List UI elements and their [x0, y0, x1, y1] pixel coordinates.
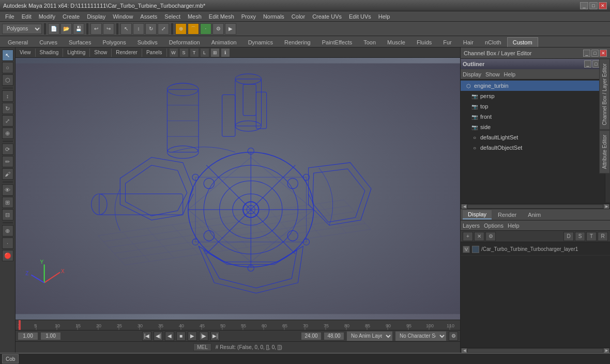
layers-menu-options[interactable]: Options — [484, 223, 504, 229]
step-fwd-btn[interactable]: |▶ — [199, 331, 208, 341]
current-frame-input[interactable]: 1.00 — [18, 332, 38, 340]
tab-fluids[interactable]: Fluids — [411, 37, 437, 47]
tab-toon[interactable]: Toon — [358, 37, 382, 47]
save-scene-btn[interactable]: 💾 — [73, 23, 84, 35]
tab-hair[interactable]: Hair — [457, 37, 479, 47]
close-button[interactable]: ✕ — [599, 2, 607, 9]
menu-assets[interactable]: Assets — [137, 12, 160, 21]
scroll-left-btn[interactable]: ◀ — [462, 204, 467, 209]
snap-to-grid-btn[interactable]: ⊕ — [2, 225, 13, 236]
lasso-select-btn[interactable]: ○ — [2, 62, 13, 73]
smooth-shade-btn[interactable]: S — [179, 48, 189, 57]
outliner-item-objectset[interactable]: ○ defaultObjectSet — [467, 143, 605, 153]
menu-file[interactable]: File — [2, 12, 18, 21]
wireframe-btn[interactable]: W — [169, 48, 178, 57]
scroll-right-btn[interactable]: ▶ — [604, 204, 609, 209]
tab-rendering[interactable]: Rendering — [279, 37, 316, 47]
scale-tool-btn[interactable]: ⤢ — [158, 23, 169, 35]
view-menu[interactable]: View — [18, 49, 33, 56]
outliner-item-persp[interactable]: 📷 persp — [467, 91, 605, 101]
group-btn[interactable]: ⊞ — [2, 197, 13, 208]
ungroup-btn[interactable]: ⊟ — [2, 209, 13, 220]
char-set-dropdown[interactable]: No Character Set — [395, 331, 447, 341]
make-live-btn[interactable]: 🔴 — [2, 250, 13, 261]
tab-deformation[interactable]: Deformation — [163, 37, 206, 47]
tab-surfaces[interactable]: Surfaces — [63, 37, 97, 47]
outliner-help-menu[interactable]: Help — [504, 71, 516, 77]
layers-menu-layers[interactable]: Layers — [463, 223, 480, 229]
tab-fur[interactable]: Fur — [437, 37, 457, 47]
select-tool-btn[interactable]: ↖ — [120, 23, 132, 35]
menu-color[interactable]: Color — [288, 12, 308, 21]
play-fwd-btn[interactable]: ▶ — [188, 331, 197, 341]
undo-btn[interactable]: ↩ — [90, 23, 102, 35]
tab-anim[interactable]: Anim — [523, 211, 546, 219]
step-back-btn[interactable]: ◀| — [154, 331, 163, 341]
delete-layer-btn[interactable]: ✕ — [474, 232, 484, 241]
taskbar-cob-btn[interactable]: Cob — [2, 354, 19, 363]
rotate-tool-btn[interactable]: ↻ — [145, 23, 157, 35]
camera-info-btn[interactable]: ℹ — [221, 48, 230, 57]
anim-layer-dropdown[interactable]: No Anim Layer — [346, 331, 393, 341]
out-minimize-btn[interactable]: _ — [584, 60, 591, 68]
light-btn[interactable]: L — [200, 48, 209, 57]
open-scene-btn[interactable]: 📂 — [60, 23, 72, 35]
outliner-item-lightset[interactable]: ○ defaultLightSet — [467, 132, 605, 143]
cb-minimize-btn[interactable]: _ — [583, 50, 590, 57]
snap-curve-btn[interactable]: ⌒ — [188, 23, 199, 35]
tab-polygons[interactable]: Polygons — [97, 37, 131, 47]
outliner-item-front[interactable]: 📷 front — [467, 112, 605, 122]
menu-normals[interactable]: Normals — [260, 12, 287, 21]
layer-options-btn[interactable]: ⚙ — [485, 232, 496, 241]
menu-mesh[interactable]: Mesh — [185, 12, 205, 21]
snap-to-point-btn[interactable]: · — [2, 238, 13, 249]
texture-btn[interactable]: T — [190, 48, 199, 57]
tab-curves[interactable]: Curves — [34, 37, 63, 47]
stop-btn[interactable]: ■ — [176, 331, 186, 341]
play-back-btn[interactable]: ◀ — [165, 331, 174, 341]
tab-custom[interactable]: Custom — [507, 37, 538, 47]
menu-edit-uvs[interactable]: Edit UVs — [346, 12, 374, 21]
universal-manip-btn[interactable]: ⊕ — [2, 128, 13, 139]
shading-menu[interactable]: Shading — [38, 49, 61, 56]
layer-select-btn[interactable]: S — [575, 232, 585, 241]
tab-ncloth[interactable]: nCloth — [479, 37, 507, 47]
end-frame-input[interactable]: 24.00 — [301, 332, 322, 340]
menu-help[interactable]: Help — [375, 12, 393, 21]
layers-menu-help[interactable]: Help — [508, 223, 520, 229]
rotate-tool-btn[interactable]: ↻ — [2, 103, 13, 114]
layer-template-btn[interactable]: T — [586, 232, 597, 241]
workspace-dropdown[interactable]: Polygons Animation Rendering Dynamics — [2, 24, 42, 34]
render-settings-btn[interactable]: ⚙ — [212, 23, 224, 35]
layer-visibility-btn[interactable]: V — [463, 246, 470, 253]
go-to-start-btn[interactable]: |◀ — [142, 331, 151, 341]
rp-scroll-right-btn[interactable]: ▶ — [604, 349, 609, 353]
layer-ref-btn[interactable]: R — [598, 232, 608, 241]
cb-close-btn[interactable]: ✕ — [600, 50, 607, 57]
soft-mod-btn[interactable]: ⟳ — [2, 144, 13, 155]
tab-render[interactable]: Render — [493, 211, 522, 219]
range-end-input[interactable]: 48.00 — [324, 332, 344, 340]
paint-select-btn[interactable]: ⬡ — [2, 74, 13, 86]
sculpt-btn[interactable]: ✏ — [2, 156, 13, 167]
panels-menu[interactable]: Panels — [144, 49, 164, 56]
render-btn[interactable]: ▶ — [225, 23, 236, 35]
start-frame-input[interactable]: 1.00 — [40, 332, 61, 340]
tab-painteffects[interactable]: PaintEffects — [316, 37, 358, 47]
translate-tool-btn[interactable]: ↕ — [133, 23, 144, 35]
menu-create-uvs[interactable]: Create UVs — [309, 12, 345, 21]
out-maximize-btn[interactable]: □ — [592, 60, 600, 68]
move-tool-btn[interactable]: ↕ — [2, 90, 13, 102]
snap-grid-btn[interactable]: ⊕ — [175, 23, 187, 35]
channel-box-side-tab[interactable]: Channel Box / Layer Editor — [599, 59, 610, 130]
paint-weights-btn[interactable]: 🖌 — [2, 168, 13, 180]
minimize-button[interactable]: _ — [580, 2, 588, 9]
tab-display[interactable]: Display — [463, 210, 492, 219]
show-hide-btn[interactable]: 👁 — [2, 184, 13, 196]
redo-btn[interactable]: ↪ — [103, 23, 114, 35]
outliner-item-engine[interactable]: ⬡ engine_turbin — [461, 81, 605, 91]
tab-subdivs[interactable]: Subdivs — [132, 37, 163, 47]
menu-window[interactable]: Window — [110, 12, 136, 21]
lighting-menu[interactable]: Lighting — [65, 49, 87, 56]
scale-tool-btn[interactable]: ⤢ — [2, 115, 13, 126]
